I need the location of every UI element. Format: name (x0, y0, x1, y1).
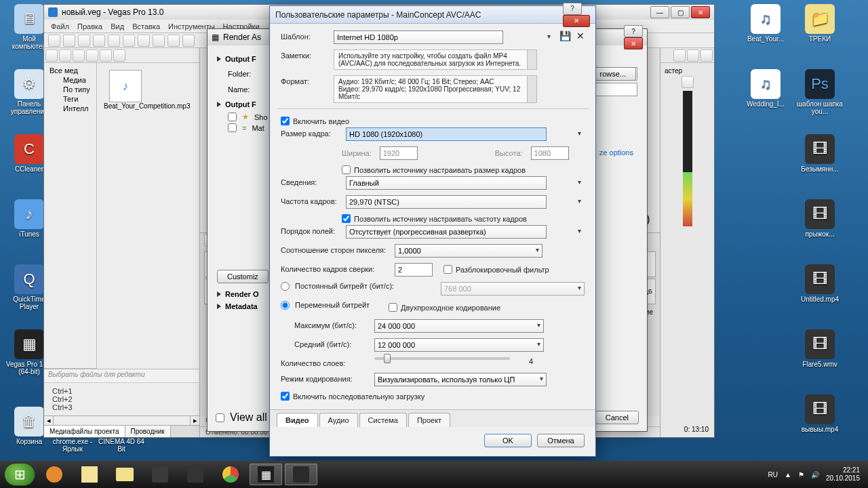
desktop-icon[interactable]: 🎞прыжок... (796, 199, 844, 238)
cancel-button[interactable]: Cancel (595, 411, 639, 424)
menu-item[interactable]: Файл (51, 22, 69, 30)
progressive-checkbox[interactable] (281, 392, 290, 401)
deblock-checkbox[interactable] (443, 265, 452, 274)
desktop-icon[interactable]: ♫Wedding_I... (742, 69, 789, 108)
scroll-left-button[interactable]: ◂ (44, 416, 54, 425)
mixer-tool[interactable] (673, 49, 686, 62)
tray-volume-icon[interactable]: 🔊 (811, 471, 819, 479)
toolbar-button[interactable] (63, 35, 75, 47)
toolbar-button[interactable] (86, 49, 98, 62)
src-size-checkbox[interactable] (342, 165, 351, 174)
cbr-radio[interactable] (281, 282, 290, 291)
tab-video[interactable]: Видео (277, 413, 318, 427)
taskbar-item-app[interactable] (179, 464, 212, 485)
delete-template-icon[interactable]: ✕ (576, 30, 585, 41)
height-input[interactable] (531, 146, 569, 160)
lang-indicator[interactable]: RU (768, 471, 778, 479)
minimize-button[interactable]: ― (650, 6, 669, 18)
tab-audio[interactable]: Аудио (319, 413, 358, 427)
match-checkbox[interactable] (228, 123, 237, 132)
toolbar-button[interactable] (45, 49, 58, 62)
taskbar-item-notes[interactable] (73, 464, 106, 485)
mixer-button[interactable] (682, 76, 694, 88)
desktop-icon[interactable]: 📁ТРЕКИ (796, 4, 844, 43)
media-thumbnail[interactable]: ♪ Beat_Your_Competition.mp3 (104, 70, 147, 110)
tab-system[interactable]: Система (359, 413, 407, 427)
twopass-checkbox[interactable] (389, 303, 397, 312)
desktop-icon[interactable]: ♫Beat_Your... (742, 4, 789, 43)
toolbar-button[interactable] (167, 35, 180, 47)
toolbar-button[interactable] (113, 49, 125, 62)
frame-size-select[interactable]: HD 1080 (1920x1080) (346, 127, 547, 141)
collapse-icon[interactable] (217, 56, 221, 62)
taskbar-item-chrome[interactable] (214, 464, 247, 485)
customize-button[interactable]: Customiz (217, 270, 269, 283)
desktop-icon[interactable]: 🎞Untitled.mp4 (796, 264, 844, 303)
browse-button[interactable]: rowse... (589, 67, 636, 81)
view-all-checkbox[interactable] (216, 413, 224, 422)
tree-item[interactable]: Медиа (47, 75, 94, 85)
vbr-radio[interactable] (281, 301, 290, 310)
avg-select[interactable]: 12 000 000 (374, 338, 544, 352)
toolbar-button[interactable] (93, 35, 105, 47)
width-input[interactable] (380, 146, 418, 160)
shortcut-item[interactable]: Ctrl+2 (52, 395, 191, 403)
toolbar-button[interactable] (153, 35, 165, 47)
start-button[interactable]: ⊞ (4, 463, 35, 486)
tree-item[interactable]: По типу (47, 85, 94, 94)
notes-text[interactable]: Используйте эту настройку, чтобы создать… (334, 49, 537, 70)
taskbar-item-explorer[interactable] (108, 464, 141, 485)
src-fps-checkbox[interactable] (342, 214, 351, 223)
menu-item[interactable]: Вид (111, 22, 124, 30)
profile-select[interactable]: Главный (346, 176, 547, 190)
mixer-tool[interactable] (701, 49, 713, 62)
tab-project[interactable]: Проект (408, 413, 450, 427)
fps-select[interactable]: 29,970 (NTSC) (346, 195, 547, 209)
include-video-checkbox[interactable] (281, 117, 290, 125)
desktop-icon[interactable]: Psшаблон шапка you... (796, 69, 844, 115)
taskbar-item-vegas[interactable]: ▦ (250, 464, 282, 485)
save-template-icon[interactable]: 💾 (559, 30, 571, 41)
tree-item[interactable]: Все мед (47, 66, 94, 75)
customize-link[interactable]: ze options (599, 148, 633, 157)
slices-slider[interactable] (374, 357, 510, 360)
desktop-icon[interactable]: 🎞вывыы.mp4 (796, 394, 844, 433)
desktop-icon[interactable]: 🎞Безымянн... (796, 134, 844, 173)
maximize-button[interactable]: ▢ (671, 6, 690, 18)
toolbar-button[interactable] (108, 35, 120, 47)
template-select[interactable]: Internet HD 1080p (334, 30, 503, 44)
tree-item[interactable]: Теги (47, 94, 94, 104)
shortcut-item[interactable]: Ctrl+1 (52, 387, 191, 395)
taskbar-item-app[interactable] (144, 464, 176, 485)
desktop-icon[interactable]: 🎞Flare5.wmv (796, 329, 844, 368)
toolbar-button[interactable] (48, 35, 60, 47)
ref-input[interactable] (395, 263, 433, 277)
menu-item[interactable]: Правка (77, 22, 102, 30)
taskbar-item-app[interactable] (285, 464, 317, 485)
help-button[interactable]: ? (624, 25, 643, 37)
mode-select[interactable]: Визуализировать, используя только ЦП (374, 373, 547, 386)
taskbar-item-wmp[interactable] (38, 464, 71, 485)
cancel-button[interactable]: Отмена (537, 434, 585, 447)
max-select[interactable]: 24 000 000 (374, 319, 544, 333)
toolbar-button[interactable] (100, 49, 112, 62)
tree-item[interactable]: Интелл (47, 104, 94, 113)
mixer-tool[interactable] (687, 49, 699, 62)
collapse-icon[interactable] (217, 102, 221, 107)
ok-button[interactable]: OK (484, 434, 532, 447)
close-button[interactable]: ✕ (624, 37, 643, 49)
tray-flag-icon[interactable]: ⚑ (798, 471, 804, 479)
toolbar-button[interactable] (182, 35, 195, 47)
tray-icon[interactable]: ▲ (785, 471, 791, 479)
shortcut-item[interactable]: Ctrl+3 (52, 403, 191, 411)
close-button[interactable]: ✕ (563, 15, 590, 27)
scroll-right-button[interactable]: ▸ (190, 416, 199, 425)
help-button[interactable]: ? (563, 3, 582, 15)
menu-item[interactable]: Вставка (132, 22, 160, 30)
toolbar-button[interactable] (73, 49, 85, 62)
toolbar-button[interactable] (78, 35, 90, 47)
project-tab[interactable]: Медиафайлы проекта (44, 426, 125, 437)
close-button[interactable]: ✕ (691, 6, 710, 18)
toolbar-button[interactable] (123, 35, 135, 47)
show-checkbox[interactable] (228, 113, 237, 121)
